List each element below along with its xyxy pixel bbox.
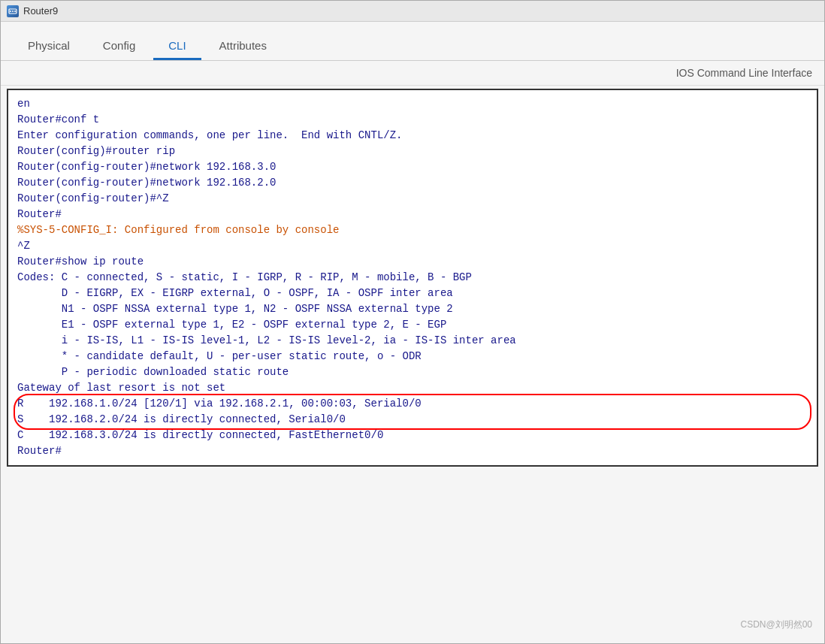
terminal-line: C 192.168.3.0/24 is directly connected, …	[17, 428, 808, 443]
svg-point-1	[10, 11, 11, 12]
tab-attributes[interactable]: Attributes	[204, 33, 282, 60]
terminal-line: N1 - OSPF NSSA external type 1, N2 - OSP…	[17, 301, 808, 317]
tab-physical[interactable]: Physical	[13, 33, 85, 60]
terminal-line: Router#	[17, 443, 808, 459]
router-icon	[7, 5, 19, 17]
svg-point-2	[12, 11, 14, 12]
terminal-line: i - IS-IS, L1 - IS-IS level-1, L2 - IS-I…	[17, 333, 808, 349]
terminal-line: P - periodic downloaded static route	[17, 364, 808, 380]
terminal-line: * - candidate default, U - per-user stat…	[17, 349, 808, 364]
terminal-line: Router#conf t	[17, 112, 808, 128]
terminal-line: %SYS-5-CONFIG_I: Configured from console…	[17, 222, 808, 238]
tab-cli[interactable]: CLI	[153, 33, 201, 60]
terminal-line: Router(config)#router rip	[17, 144, 808, 159]
terminal-wrapper: enRouter#conf tEnter configuration comma…	[7, 89, 818, 637]
tabs-bar: Physical Config CLI Attributes	[1, 22, 824, 61]
svg-point-3	[14, 11, 16, 12]
terminal-line: E1 - OSPF external type 1, E2 - OSPF ext…	[17, 317, 808, 333]
terminal[interactable]: enRouter#conf tEnter configuration comma…	[7, 89, 818, 467]
tab-config[interactable]: Config	[88, 33, 150, 60]
title-bar: Router9	[1, 1, 824, 22]
terminal-line: Router#	[17, 207, 808, 222]
terminal-line: Codes: C - connected, S - static, I - IG…	[17, 270, 808, 286]
terminal-line: Router#show ip route	[17, 254, 808, 270]
ios-label: IOS Command Line Interface	[1, 61, 824, 86]
terminal-line: R 192.168.1.0/24 [120/1] via 192.168.2.1…	[17, 396, 808, 412]
terminal-line: Enter configuration commands, one per li…	[17, 128, 808, 144]
terminal-line: Gateway of last resort is not set	[17, 380, 808, 396]
window-title: Router9	[23, 5, 58, 17]
router-window: Router9 Physical Config CLI Attributes I…	[0, 0, 825, 644]
terminal-line: D - EIGRP, EX - EIGRP external, O - OSPF…	[17, 286, 808, 301]
terminal-line: Router(config-router)#network 192.168.3.…	[17, 159, 808, 175]
watermark: CSDN@刘明然00	[740, 618, 812, 631]
terminal-line: S 192.168.2.0/24 is directly connected, …	[17, 412, 808, 428]
terminal-line: ^Z	[17, 238, 808, 254]
terminal-line: en	[17, 96, 808, 112]
terminal-line: Router(config-router)#^Z	[17, 191, 808, 207]
content-area: IOS Command Line Interface enRouter#conf…	[1, 61, 824, 643]
terminal-line: Router(config-router)#network 192.168.2.…	[17, 175, 808, 191]
